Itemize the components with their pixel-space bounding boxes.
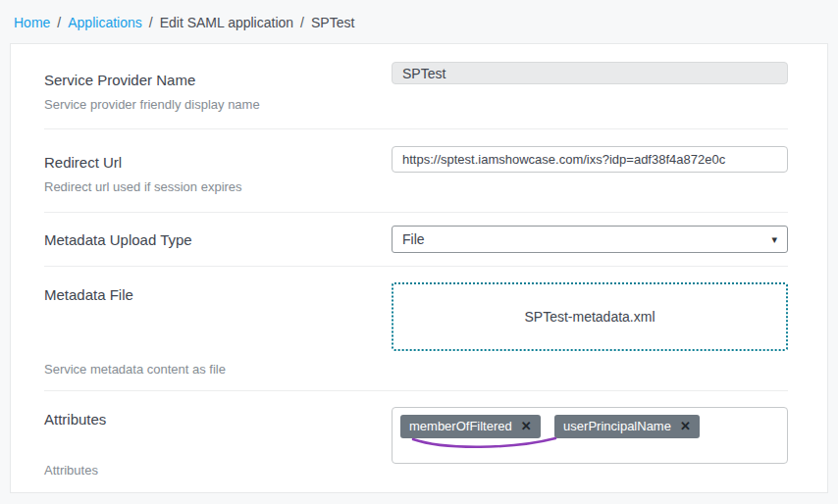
breadcrumb-link-home[interactable]: Home — [14, 15, 50, 30]
attributes-input[interactable]: memberOfFiltered ✕ userPrincipalName ✕ — [392, 407, 788, 464]
attribute-chip-label: userPrincipalName — [563, 419, 671, 434]
attribute-chip: memberOfFiltered ✕ — [400, 415, 541, 438]
attributes-sublabel: Attributes — [44, 463, 372, 478]
redirect-url-input[interactable] — [392, 146, 788, 173]
form-row-metadata-upload-type: Metadata Upload Type File ▾ — [44, 213, 788, 267]
metadata-upload-type-label: Metadata Upload Type — [44, 231, 372, 248]
metadata-file-sublabel: Service metadata content as file — [44, 362, 372, 377]
breadcrumb: Home/Applications/Edit SAML application/… — [0, 0, 838, 43]
breadcrumb-current: SPTest — [311, 15, 354, 30]
service-provider-name-label: Service Provider Name — [44, 72, 372, 88]
breadcrumb-separator: / — [149, 15, 153, 30]
redirect-url-sublabel: Redirect url used if session expires — [44, 179, 372, 194]
breadcrumb-separator: / — [300, 15, 304, 30]
metadata-upload-type-selected-value: File — [402, 231, 425, 247]
service-provider-name-sublabel: Service provider friendly display name — [44, 97, 372, 112]
annotation-underline — [410, 435, 559, 453]
form-row-service-provider-name: Service Provider Name Service provider f… — [44, 44, 788, 129]
metadata-file-label: Metadata File — [44, 286, 372, 303]
attribute-chip-label: memberOfFiltered — [409, 419, 512, 434]
service-provider-name-input[interactable] — [392, 62, 788, 84]
metadata-upload-type-select[interactable]: File ▾ — [392, 226, 788, 253]
form-row-metadata-file: Metadata File Service metadata content a… — [44, 267, 788, 391]
chevron-down-icon: ▾ — [771, 234, 777, 245]
attribute-chip: userPrincipalName ✕ — [554, 415, 700, 438]
remove-chip-icon[interactable]: ✕ — [680, 419, 691, 434]
metadata-file-dropzone[interactable]: SPTest-metadata.xml — [392, 282, 788, 351]
breadcrumb-section: Edit SAML application — [160, 15, 293, 30]
redirect-url-label: Redirect Url — [44, 154, 372, 171]
remove-chip-icon[interactable]: ✕ — [521, 419, 532, 434]
form-row-attributes: Attributes Attributes memberOfFiltered ✕… — [44, 391, 788, 491]
form-row-redirect-url: Redirect Url Redirect url used if sessio… — [44, 129, 788, 213]
edit-saml-application-form: Service Provider Name Service provider f… — [10, 43, 828, 493]
metadata-file-filename: SPTest-metadata.xml — [524, 309, 655, 325]
breadcrumb-separator: / — [57, 15, 61, 30]
attributes-label: Attributes — [44, 411, 372, 428]
breadcrumb-link-applications[interactable]: Applications — [68, 15, 142, 30]
